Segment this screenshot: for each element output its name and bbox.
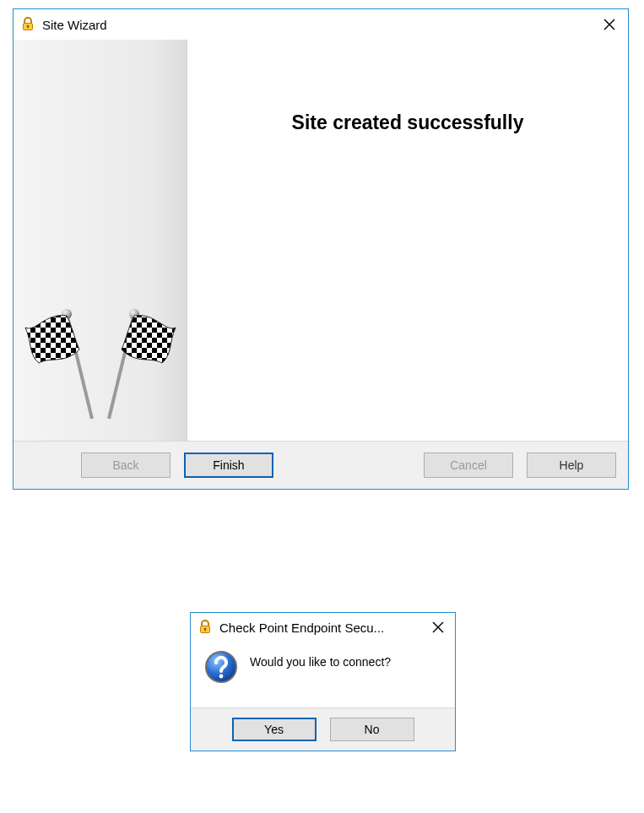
close-icon[interactable] (598, 13, 621, 36)
dialog-titlebar: Check Point Endpoint Secu... (191, 613, 455, 642)
help-button[interactable]: Help (527, 453, 616, 478)
site-wizard-window: Site Wizard (13, 8, 629, 490)
dialog-body: Would you like to connect? (191, 642, 455, 707)
wizard-side-panel (14, 40, 187, 441)
svg-rect-2 (27, 26, 28, 28)
close-icon[interactable] (426, 615, 450, 639)
lock-icon (198, 620, 213, 635)
checkered-flags-icon (20, 307, 181, 425)
back-button: Back (81, 453, 170, 478)
yes-button[interactable]: Yes (232, 718, 317, 741)
dialog-title: Check Point Endpoint Secu... (219, 621, 426, 635)
wizard-titlebar: Site Wizard (14, 9, 628, 40)
dialog-footer: Yes No (191, 707, 455, 751)
svg-point-18 (219, 675, 224, 679)
dialog-message: Would you like to connect? (250, 650, 391, 669)
wizard-heading: Site created successfully (292, 111, 524, 134)
wizard-body: Site created successfully (14, 40, 628, 441)
no-button[interactable]: No (330, 718, 414, 741)
cancel-button: Cancel (424, 453, 513, 478)
wizard-main-panel: Site created successfully (187, 40, 628, 441)
wizard-footer: Back Finish Cancel Help (14, 441, 628, 489)
finish-button[interactable]: Finish (184, 453, 273, 478)
wizard-title: Site Wizard (42, 18, 598, 32)
connect-dialog: Check Point Endpoint Secu... (190, 612, 456, 751)
lock-icon (20, 17, 35, 32)
question-icon (204, 650, 238, 684)
svg-rect-14 (204, 629, 205, 631)
